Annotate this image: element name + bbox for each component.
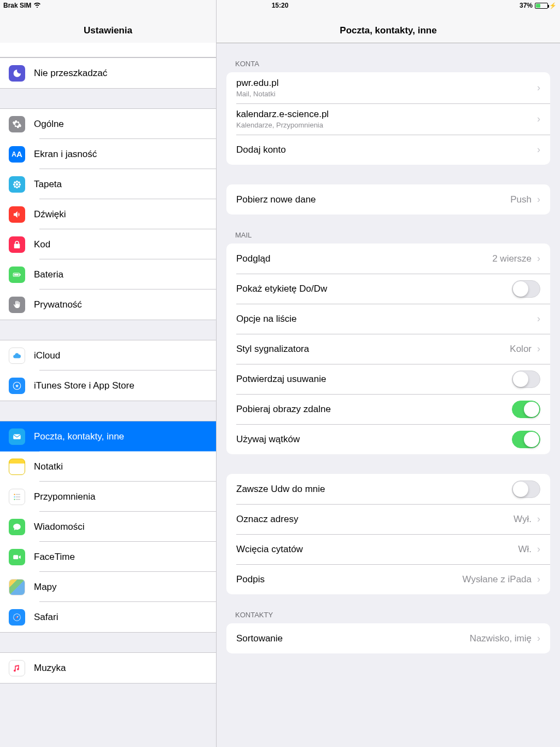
signature-row[interactable]: Podpis Wysłane z iPada › bbox=[226, 564, 550, 594]
quote-indent-row[interactable]: Wcięcia cytatów Wł. › bbox=[226, 534, 550, 564]
sidebar-item-label: Poczta, kontakty, inne bbox=[34, 431, 207, 442]
mark-addresses-row[interactable]: Oznacz adresy Wył. › bbox=[226, 504, 550, 534]
sidebar-item-passcode[interactable]: Kod bbox=[0, 229, 216, 259]
compass-icon bbox=[9, 609, 25, 626]
detail-label: Używaj wątków bbox=[236, 434, 512, 445]
sidebar-item-label: Wiadomości bbox=[34, 522, 207, 532]
sidebar-item-notes[interactable]: Notatki bbox=[0, 451, 216, 482]
sidebar-item-maps[interactable]: Mapy bbox=[0, 572, 216, 602]
detail-label: Pobieraj obrazy zdalne bbox=[236, 404, 512, 415]
chevron-right-icon: › bbox=[537, 194, 540, 205]
mail-icon bbox=[9, 428, 25, 445]
sidebar-partial-row[interactable] bbox=[0, 43, 216, 57]
sidebar-item-label: FaceTime bbox=[34, 552, 207, 563]
account-title: kalendarz.e-science.pl bbox=[236, 109, 537, 120]
sidebar-item-label: iCloud bbox=[34, 350, 207, 361]
ask-delete-switch[interactable] bbox=[512, 370, 540, 388]
account-sub: Mail, Notatki bbox=[236, 90, 537, 98]
battery-icon bbox=[535, 3, 548, 9]
sidebar-title: Ustawienia bbox=[84, 25, 132, 36]
mail-section-header: Mail bbox=[217, 215, 560, 244]
detail-label: Oznacz adresy bbox=[236, 514, 514, 525]
sort-order-row[interactable]: Sortowanie Nazwisko, imię › bbox=[226, 623, 550, 653]
volume-icon bbox=[9, 206, 25, 223]
chevron-right-icon: › bbox=[537, 633, 540, 644]
chevron-right-icon: › bbox=[537, 144, 540, 155]
sidebar-item-mail[interactable]: Poczta, kontakty, inne bbox=[0, 421, 216, 451]
chevron-right-icon: › bbox=[537, 82, 540, 94]
detail-value: Wł. bbox=[518, 544, 532, 555]
sidebar-item-music[interactable]: Muzyka bbox=[0, 653, 216, 683]
sidebar-item-reminders[interactable]: Przypomnienia bbox=[0, 482, 216, 512]
account-row[interactable]: pwr.edu.pl Mail, Notatki › bbox=[226, 72, 550, 103]
sidebar-item-dnd[interactable]: Nie przeszkadzać bbox=[0, 58, 216, 88]
list-options-row[interactable]: Opcje na liście › bbox=[226, 304, 550, 334]
always-bcc-row: Zawsze Udw do mnie bbox=[226, 474, 550, 504]
detail-value: Wył. bbox=[514, 514, 532, 525]
svg-point-6 bbox=[18, 181, 20, 183]
svg-point-16 bbox=[14, 496, 15, 497]
chevron-right-icon: › bbox=[537, 253, 540, 264]
detail-label: Sortowanie bbox=[236, 633, 470, 644]
account-title: pwr.edu.pl bbox=[236, 78, 537, 89]
detail-label: Styl sygnalizatora bbox=[236, 344, 510, 355]
svg-rect-15 bbox=[16, 494, 20, 495]
sidebar-item-battery[interactable]: Bateria bbox=[0, 259, 216, 289]
lock-icon bbox=[9, 236, 25, 253]
detail-label: Pokaż etykietę Do/Dw bbox=[236, 283, 512, 294]
sidebar-item-label: Mapy bbox=[34, 582, 207, 593]
sidebar-item-privacy[interactable]: Prywatność bbox=[0, 289, 216, 320]
status-time: 15:20 bbox=[272, 2, 289, 9]
sidebar-item-messages[interactable]: Wiadomości bbox=[0, 512, 216, 542]
sidebar-item-icloud[interactable]: iCloud bbox=[0, 340, 216, 370]
gear-icon bbox=[9, 116, 25, 132]
svg-rect-17 bbox=[16, 496, 20, 497]
chevron-right-icon: › bbox=[537, 343, 540, 355]
sidebar: Ustawienia Nie przeszkadzać Ogólne bbox=[0, 0, 217, 747]
sidebar-item-safari[interactable]: Safari bbox=[0, 602, 216, 632]
sidebar-item-general[interactable]: Ogólne bbox=[0, 109, 216, 139]
appstore-icon bbox=[9, 378, 25, 394]
video-icon bbox=[9, 549, 25, 565]
carrier-text: Brak SIM bbox=[3, 2, 31, 9]
detail-value: Push bbox=[510, 194, 532, 205]
detail-label: Opcje na liście bbox=[236, 314, 537, 325]
show-tocc-switch[interactable] bbox=[512, 280, 540, 298]
sidebar-item-display[interactable]: AA Ekran i jasność bbox=[0, 139, 216, 169]
detail-label: Podgląd bbox=[236, 253, 492, 264]
threads-switch[interactable] bbox=[512, 431, 540, 448]
load-images-switch[interactable] bbox=[512, 401, 540, 418]
detail-label: Zawsze Udw do mnie bbox=[236, 484, 512, 495]
sidebar-item-label: Notatki bbox=[34, 461, 207, 472]
sidebar-item-sounds[interactable]: Dźwięki bbox=[0, 199, 216, 229]
add-account-label: Dodaj konto bbox=[236, 144, 537, 155]
sidebar-item-label: Przypomnienia bbox=[34, 491, 207, 502]
chevron-right-icon: › bbox=[537, 574, 540, 585]
sidebar-item-label: Tapeta bbox=[34, 179, 207, 190]
status-bar: Brak SIM 15:20 37% ⚡ bbox=[0, 0, 560, 11]
sidebar-item-label: Nie przeszkadzać bbox=[34, 68, 207, 79]
svg-point-8 bbox=[18, 185, 20, 187]
detail-value: 2 wiersze bbox=[492, 253, 532, 264]
ask-delete-row: Potwierdzaj usuwanie bbox=[226, 364, 550, 394]
sidebar-item-wallpaper[interactable]: Tapeta bbox=[0, 169, 216, 199]
accounts-section-header: Konta bbox=[217, 43, 560, 72]
sidebar-item-facetime[interactable]: FaceTime bbox=[0, 542, 216, 572]
svg-point-1 bbox=[16, 180, 18, 182]
flag-style-row[interactable]: Styl sygnalizatora Kolor › bbox=[226, 334, 550, 364]
account-row[interactable]: kalendarz.e-science.pl Kalendarze, Przyp… bbox=[226, 103, 550, 135]
preview-row[interactable]: Podgląd 2 wiersze › bbox=[226, 244, 550, 274]
detail-value: Wysłane z iPada bbox=[463, 574, 532, 585]
svg-rect-20 bbox=[13, 555, 18, 559]
hand-icon bbox=[9, 297, 25, 313]
always-bcc-switch[interactable] bbox=[512, 480, 540, 498]
wifi-icon bbox=[33, 2, 41, 9]
sidebar-item-itunes[interactable]: iTunes Store i App Store bbox=[0, 370, 216, 401]
add-account-row[interactable]: Dodaj konto › bbox=[226, 135, 550, 165]
svg-point-14 bbox=[14, 494, 15, 495]
textsize-icon: AA bbox=[9, 146, 25, 163]
svg-point-7 bbox=[14, 185, 16, 187]
fetch-row[interactable]: Pobierz nowe dane Push › bbox=[226, 184, 550, 215]
music-icon bbox=[9, 660, 25, 676]
detail-label: Pobierz nowe dane bbox=[236, 194, 510, 205]
